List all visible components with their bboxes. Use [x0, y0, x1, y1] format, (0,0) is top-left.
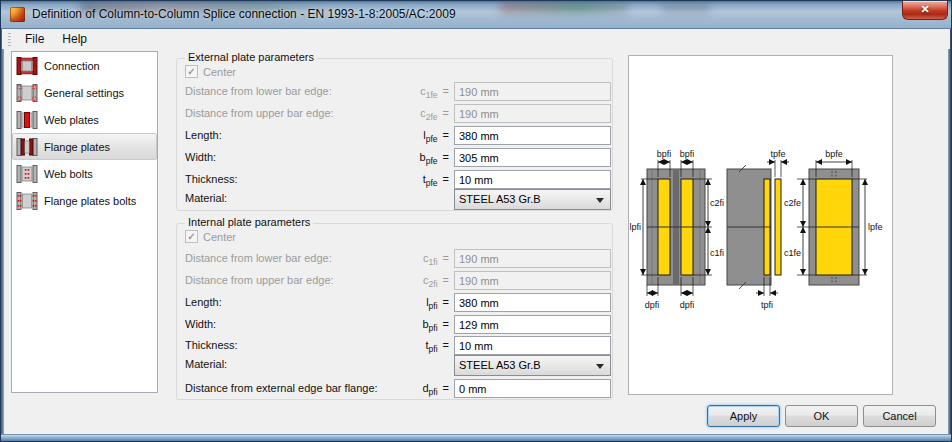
flange-plates-icon: [16, 138, 38, 156]
field-row: Width: bpfe=: [177, 148, 612, 167]
center-label: Center: [203, 231, 236, 243]
c2fe-input: [454, 104, 611, 123]
sidebar-item-label: General settings: [44, 87, 124, 99]
bpfi-input[interactable]: [454, 315, 611, 334]
sidebar-item-label: Web plates: [44, 114, 99, 126]
aero-blur-decoration: [499, 2, 629, 13]
dropdown-arrow-icon: [596, 364, 604, 373]
field-row: Material: STEEL A53 Gr.B: [177, 189, 612, 208]
menu-gripper-icon: [8, 33, 11, 46]
field-row: Length: lpfi=: [177, 293, 612, 312]
cancel-button[interactable]: Cancel: [863, 405, 936, 427]
sidebar-item-web-bolts[interactable]: Web bolts: [12, 160, 157, 187]
dialog-window: Definition of Column-to-Column Splice co…: [0, 0, 952, 442]
field-row: Width: bpfi=: [177, 315, 612, 334]
bpfe-input[interactable]: [454, 148, 611, 167]
internal-plate-group: Internal plate parameters ✓ Center Dista…: [176, 223, 613, 400]
field-row: Distance from upper bar edge: c2fi=: [177, 271, 612, 290]
dim-label-c1fe: c1fe: [784, 248, 801, 258]
ok-button[interactable]: OK: [785, 405, 858, 427]
diagram-panel: bpfi bpfi lpfi c2fi c1fi dpfi dpfi: [628, 55, 893, 395]
window-right-border: [948, 29, 951, 441]
sidebar-item-label: Web bolts: [44, 168, 93, 180]
center-row-external: ✓ Center: [185, 65, 236, 78]
dim-label-bpfe: bpfe: [825, 149, 843, 159]
c1fe-input: [454, 82, 611, 101]
center-row-internal: ✓ Center: [185, 230, 236, 243]
sidebar-item-connection[interactable]: Connection: [12, 52, 157, 79]
sidebar-item-label: Flange plates bolts: [44, 195, 136, 207]
field-row: Thickness: tpfe=: [177, 170, 612, 189]
sidebar-item-flange-plates-bolts[interactable]: Flange plates bolts: [12, 187, 157, 214]
splice-diagram: bpfi bpfi lpfi c2fi c1fi dpfi dpfi: [629, 56, 892, 394]
apply-button[interactable]: Apply: [707, 405, 780, 427]
general-settings-icon: [16, 84, 38, 102]
sidebar-item-flange-plates[interactable]: Flange plates: [12, 133, 157, 160]
window-title: Definition of Column-to-Column Splice co…: [32, 7, 456, 21]
dim-label-c2fi: c2fi: [710, 198, 724, 208]
dpfi-input[interactable]: [454, 379, 611, 398]
connection-icon: [16, 57, 38, 75]
dim-label-lpfe: lpfe: [868, 222, 883, 232]
window-bottom-border: [1, 434, 951, 441]
check-icon: ✓: [186, 231, 197, 242]
check-icon: ✓: [186, 66, 197, 77]
dim-label-lpfi: lpfi: [629, 222, 641, 232]
sidebar-item-web-plates[interactable]: Web plates: [12, 106, 157, 133]
field-row: Thickness: tpfi=: [177, 336, 612, 355]
menu-file[interactable]: File: [16, 30, 53, 48]
field-row: Distance from lower bar edge: c1fe=: [177, 82, 612, 101]
center-checkbox-internal: ✓: [185, 230, 198, 243]
group-title: External plate parameters: [185, 51, 317, 63]
c1fi-input: [454, 249, 611, 268]
tpfe-input[interactable]: [454, 170, 611, 189]
window-left-border: [1, 29, 4, 441]
dim-label-dpfi: dpfi: [645, 300, 660, 310]
c2fi-input: [454, 271, 611, 290]
field-row: Length: lpfe=: [177, 126, 612, 145]
dim-label-tpfi: tpfi: [761, 300, 773, 310]
sidebar-item-label: Connection: [44, 60, 100, 72]
dim-label-tpfe: tpfe: [770, 149, 785, 159]
lpfe-input[interactable]: [454, 126, 611, 145]
dim-label-bpfi: bpfi: [680, 149, 695, 159]
menu-bar: File Help: [2, 29, 950, 49]
close-icon: ✕: [903, 1, 947, 18]
aero-blur-decoration: [661, 3, 711, 12]
app-icon: [10, 7, 25, 22]
external-plate-group: External plate parameters ✓ Center Dista…: [176, 58, 613, 211]
flange-plates-bolts-icon: [16, 192, 38, 210]
center-checkbox-external: ✓: [185, 65, 198, 78]
menu-help[interactable]: Help: [53, 30, 96, 48]
sidebar-item-label: Flange plates: [44, 141, 110, 153]
center-label: Center: [203, 66, 236, 78]
field-row: Distance from lower bar edge: c1fi=: [177, 249, 612, 268]
field-row: Distance from external edge bar flange: …: [177, 379, 612, 398]
field-row: Material: STEEL A53 Gr.B: [177, 355, 612, 374]
title-bar[interactable]: Definition of Column-to-Column Splice co…: [1, 1, 951, 29]
field-row: Distance from upper bar edge: c2fe=: [177, 104, 612, 123]
close-button[interactable]: ✕: [902, 1, 948, 20]
sidebar-item-general-settings[interactable]: General settings: [12, 79, 157, 106]
dim-label-c2fe: c2fe: [784, 198, 801, 208]
dim-label-dpfi: dpfi: [680, 300, 695, 310]
dropdown-arrow-icon: [596, 198, 604, 207]
lpfi-input[interactable]: [454, 293, 611, 312]
dim-label-c1fi: c1fi: [710, 248, 724, 258]
web-bolts-icon: [16, 165, 38, 183]
material-select-external[interactable]: STEEL A53 Gr.B: [454, 189, 611, 210]
dim-label-bpfi: bpfi: [657, 149, 672, 159]
material-select-internal[interactable]: STEEL A53 Gr.B: [454, 355, 611, 376]
sidebar-list: Connection General settings Web plates: [11, 51, 158, 393]
web-plates-icon: [16, 111, 38, 129]
tpfi-input[interactable]: [454, 336, 611, 355]
group-title: Internal plate parameters: [185, 216, 313, 228]
